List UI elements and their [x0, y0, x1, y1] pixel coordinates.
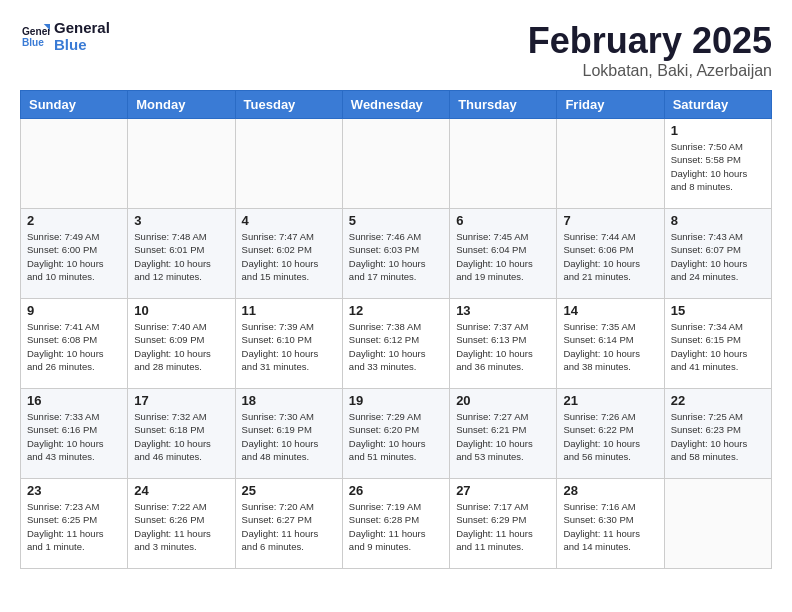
calendar-cell	[450, 119, 557, 209]
day-number: 27	[456, 483, 550, 498]
day-info: Sunrise: 7:16 AMSunset: 6:30 PMDaylight:…	[563, 500, 657, 553]
calendar-cell: 25Sunrise: 7:20 AMSunset: 6:27 PMDayligh…	[235, 479, 342, 569]
day-info: Sunrise: 7:26 AMSunset: 6:22 PMDaylight:…	[563, 410, 657, 463]
calendar-cell	[235, 119, 342, 209]
day-number: 17	[134, 393, 228, 408]
calendar-cell: 12Sunrise: 7:38 AMSunset: 6:12 PMDayligh…	[342, 299, 449, 389]
day-number: 23	[27, 483, 121, 498]
day-info: Sunrise: 7:17 AMSunset: 6:29 PMDaylight:…	[456, 500, 550, 553]
calendar-cell: 21Sunrise: 7:26 AMSunset: 6:22 PMDayligh…	[557, 389, 664, 479]
day-info: Sunrise: 7:22 AMSunset: 6:26 PMDaylight:…	[134, 500, 228, 553]
calendar-cell	[664, 479, 771, 569]
day-info: Sunrise: 7:35 AMSunset: 6:14 PMDaylight:…	[563, 320, 657, 373]
day-info: Sunrise: 7:41 AMSunset: 6:08 PMDaylight:…	[27, 320, 121, 373]
calendar-cell: 9Sunrise: 7:41 AMSunset: 6:08 PMDaylight…	[21, 299, 128, 389]
weekday-header-row: SundayMondayTuesdayWednesdayThursdayFrid…	[21, 91, 772, 119]
day-info: Sunrise: 7:40 AMSunset: 6:09 PMDaylight:…	[134, 320, 228, 373]
day-info: Sunrise: 7:25 AMSunset: 6:23 PMDaylight:…	[671, 410, 765, 463]
day-info: Sunrise: 7:27 AMSunset: 6:21 PMDaylight:…	[456, 410, 550, 463]
day-number: 14	[563, 303, 657, 318]
day-number: 8	[671, 213, 765, 228]
calendar-cell: 4Sunrise: 7:47 AMSunset: 6:02 PMDaylight…	[235, 209, 342, 299]
day-number: 2	[27, 213, 121, 228]
week-row-3: 9Sunrise: 7:41 AMSunset: 6:08 PMDaylight…	[21, 299, 772, 389]
day-number: 5	[349, 213, 443, 228]
day-info: Sunrise: 7:23 AMSunset: 6:25 PMDaylight:…	[27, 500, 121, 553]
calendar-cell: 26Sunrise: 7:19 AMSunset: 6:28 PMDayligh…	[342, 479, 449, 569]
weekday-header-monday: Monday	[128, 91, 235, 119]
calendar-cell: 1Sunrise: 7:50 AMSunset: 5:58 PMDaylight…	[664, 119, 771, 209]
day-number: 21	[563, 393, 657, 408]
day-info: Sunrise: 7:20 AMSunset: 6:27 PMDaylight:…	[242, 500, 336, 553]
day-info: Sunrise: 7:30 AMSunset: 6:19 PMDaylight:…	[242, 410, 336, 463]
day-number: 20	[456, 393, 550, 408]
calendar-cell: 6Sunrise: 7:45 AMSunset: 6:04 PMDaylight…	[450, 209, 557, 299]
title-section: February 2025 Lokbatan, Baki, Azerbaijan	[528, 20, 772, 80]
calendar-cell: 14Sunrise: 7:35 AMSunset: 6:14 PMDayligh…	[557, 299, 664, 389]
logo-blue: Blue	[54, 36, 87, 53]
calendar-cell	[342, 119, 449, 209]
day-number: 10	[134, 303, 228, 318]
calendar-cell: 8Sunrise: 7:43 AMSunset: 6:07 PMDaylight…	[664, 209, 771, 299]
svg-text:Blue: Blue	[22, 36, 44, 47]
day-info: Sunrise: 7:34 AMSunset: 6:15 PMDaylight:…	[671, 320, 765, 373]
day-number: 1	[671, 123, 765, 138]
day-info: Sunrise: 7:39 AMSunset: 6:10 PMDaylight:…	[242, 320, 336, 373]
day-number: 28	[563, 483, 657, 498]
svg-text:General: General	[22, 26, 50, 37]
month-title: February 2025	[528, 20, 772, 62]
weekday-header-sunday: Sunday	[21, 91, 128, 119]
day-number: 24	[134, 483, 228, 498]
calendar-cell: 16Sunrise: 7:33 AMSunset: 6:16 PMDayligh…	[21, 389, 128, 479]
day-number: 15	[671, 303, 765, 318]
day-number: 26	[349, 483, 443, 498]
day-info: Sunrise: 7:19 AMSunset: 6:28 PMDaylight:…	[349, 500, 443, 553]
calendar-cell: 3Sunrise: 7:48 AMSunset: 6:01 PMDaylight…	[128, 209, 235, 299]
calendar-cell	[557, 119, 664, 209]
calendar-table: SundayMondayTuesdayWednesdayThursdayFrid…	[20, 90, 772, 569]
weekday-header-saturday: Saturday	[664, 91, 771, 119]
calendar-cell: 13Sunrise: 7:37 AMSunset: 6:13 PMDayligh…	[450, 299, 557, 389]
calendar-cell: 17Sunrise: 7:32 AMSunset: 6:18 PMDayligh…	[128, 389, 235, 479]
day-info: Sunrise: 7:50 AMSunset: 5:58 PMDaylight:…	[671, 140, 765, 193]
day-info: Sunrise: 7:29 AMSunset: 6:20 PMDaylight:…	[349, 410, 443, 463]
day-number: 18	[242, 393, 336, 408]
day-number: 7	[563, 213, 657, 228]
week-row-5: 23Sunrise: 7:23 AMSunset: 6:25 PMDayligh…	[21, 479, 772, 569]
logo: General Blue General Blue	[20, 20, 110, 53]
day-number: 25	[242, 483, 336, 498]
week-row-1: 1Sunrise: 7:50 AMSunset: 5:58 PMDaylight…	[21, 119, 772, 209]
weekday-header-tuesday: Tuesday	[235, 91, 342, 119]
logo-general: General	[54, 19, 110, 36]
day-info: Sunrise: 7:32 AMSunset: 6:18 PMDaylight:…	[134, 410, 228, 463]
day-info: Sunrise: 7:47 AMSunset: 6:02 PMDaylight:…	[242, 230, 336, 283]
week-row-2: 2Sunrise: 7:49 AMSunset: 6:00 PMDaylight…	[21, 209, 772, 299]
day-info: Sunrise: 7:37 AMSunset: 6:13 PMDaylight:…	[456, 320, 550, 373]
calendar-cell: 20Sunrise: 7:27 AMSunset: 6:21 PMDayligh…	[450, 389, 557, 479]
weekday-header-wednesday: Wednesday	[342, 91, 449, 119]
calendar-cell: 18Sunrise: 7:30 AMSunset: 6:19 PMDayligh…	[235, 389, 342, 479]
calendar-cell: 11Sunrise: 7:39 AMSunset: 6:10 PMDayligh…	[235, 299, 342, 389]
day-info: Sunrise: 7:44 AMSunset: 6:06 PMDaylight:…	[563, 230, 657, 283]
day-info: Sunrise: 7:45 AMSunset: 6:04 PMDaylight:…	[456, 230, 550, 283]
logo-icon: General Blue	[22, 21, 50, 49]
day-info: Sunrise: 7:48 AMSunset: 6:01 PMDaylight:…	[134, 230, 228, 283]
day-info: Sunrise: 7:38 AMSunset: 6:12 PMDaylight:…	[349, 320, 443, 373]
calendar-cell: 15Sunrise: 7:34 AMSunset: 6:15 PMDayligh…	[664, 299, 771, 389]
day-info: Sunrise: 7:46 AMSunset: 6:03 PMDaylight:…	[349, 230, 443, 283]
day-info: Sunrise: 7:49 AMSunset: 6:00 PMDaylight:…	[27, 230, 121, 283]
location-subtitle: Lokbatan, Baki, Azerbaijan	[528, 62, 772, 80]
day-info: Sunrise: 7:33 AMSunset: 6:16 PMDaylight:…	[27, 410, 121, 463]
day-number: 12	[349, 303, 443, 318]
weekday-header-thursday: Thursday	[450, 91, 557, 119]
day-number: 9	[27, 303, 121, 318]
calendar-cell: 10Sunrise: 7:40 AMSunset: 6:09 PMDayligh…	[128, 299, 235, 389]
calendar-cell: 2Sunrise: 7:49 AMSunset: 6:00 PMDaylight…	[21, 209, 128, 299]
day-number: 16	[27, 393, 121, 408]
day-number: 6	[456, 213, 550, 228]
calendar-cell	[128, 119, 235, 209]
calendar-cell: 22Sunrise: 7:25 AMSunset: 6:23 PMDayligh…	[664, 389, 771, 479]
week-row-4: 16Sunrise: 7:33 AMSunset: 6:16 PMDayligh…	[21, 389, 772, 479]
calendar-cell: 5Sunrise: 7:46 AMSunset: 6:03 PMDaylight…	[342, 209, 449, 299]
weekday-header-friday: Friday	[557, 91, 664, 119]
